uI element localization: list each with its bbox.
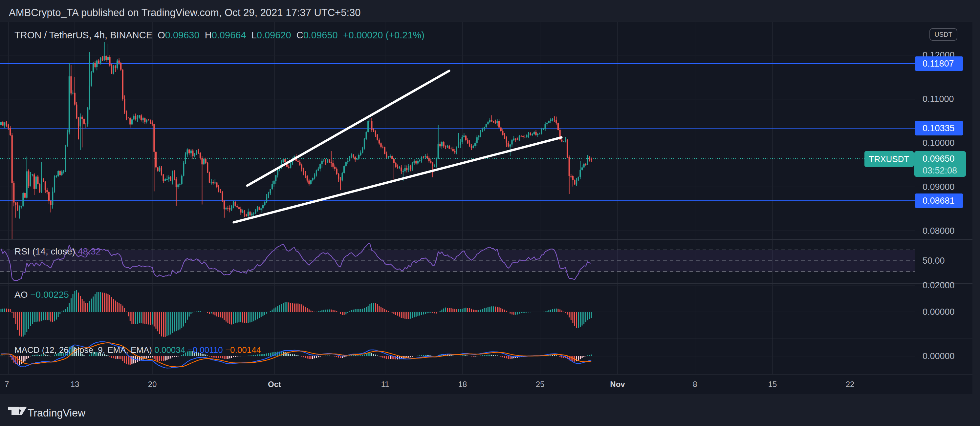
svg-text:TradingView: TradingView <box>27 407 86 419</box>
